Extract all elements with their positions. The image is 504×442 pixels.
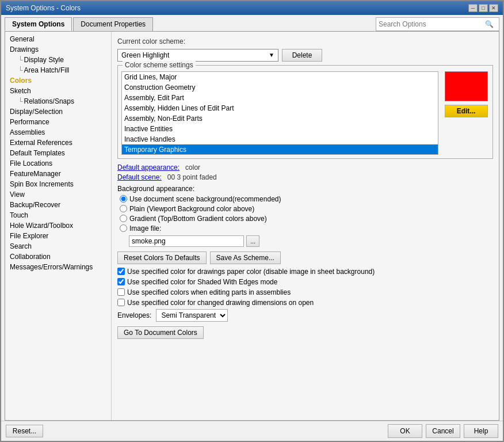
envelopes-row: Envelopes: Semi Transparent Opaque Wiref… [117, 309, 493, 322]
checkbox-label-1: Use specified color for Shaded With Edge… [127, 278, 277, 286]
tab-system-options[interactable]: System Options [5, 17, 72, 31]
color-list-area: Grid Lines, Major Construction Geometry … [121, 71, 489, 155]
color-item-temp-graphics[interactable]: Temporary Graphics [122, 144, 438, 155]
checkbox-row-1: Use specified color for Shaded With Edge… [117, 278, 493, 286]
color-item-asm-non-edit[interactable]: Assembly, Non-Edit Parts [122, 113, 438, 124]
bg-label-2: Gradient (Top/Bottom Gradient colors abo… [129, 215, 267, 223]
bg-label-1: Plain (Viewport Background color above) [129, 205, 254, 213]
maximize-button[interactable]: □ [479, 4, 488, 12]
sidebar-item-drawings[interactable]: Drawings [5, 44, 111, 55]
default-appearance-value: color [185, 163, 200, 172]
default-appearance-link[interactable]: Default appearance: [117, 163, 180, 172]
bg-radio-2[interactable] [120, 215, 127, 222]
color-item-grid-major[interactable]: Grid Lines, Major [122, 72, 438, 82]
save-as-scheme-button[interactable]: Save As Scheme... [210, 252, 281, 264]
color-item-inactive-handles[interactable]: Inactive Handles [122, 134, 438, 144]
sidebar-item-external-refs[interactable]: External References [5, 138, 111, 148]
browse-button[interactable]: ... [246, 235, 259, 247]
go-to-doc-colors-button[interactable]: Go To Document Colors [117, 326, 204, 339]
background-radio-group: Use document scene background(recommende… [120, 195, 493, 247]
default-scene-row: Default scene: 00 3 point faded [117, 173, 493, 181]
color-scheme-group: Color scheme settings Grid Lines, Major … [117, 65, 493, 159]
color-item-construction[interactable]: Construction Geometry [122, 82, 438, 93]
minimize-button[interactable]: ─ [468, 4, 478, 12]
main-window: System Options - Colors ─ □ ✕ System Opt… [0, 0, 504, 442]
group-title: Color scheme settings [123, 61, 196, 69]
reset-save-row: Reset Colors To Defaults Save As Scheme.… [117, 252, 493, 264]
color-item-inactive-entities[interactable]: Inactive Entities [122, 124, 438, 134]
checkbox-row-3: Use specified color for changed drawing … [117, 299, 493, 307]
checkbox-3[interactable] [117, 299, 125, 306]
reset-colors-button[interactable]: Reset Colors To Defaults [117, 252, 207, 264]
main-panel: General Drawings └Display Style └Area Ha… [5, 31, 499, 421]
delete-button[interactable]: Delete [282, 49, 322, 62]
color-scheme-dropdown[interactable]: Green Highlight ▼ [117, 49, 278, 62]
color-item-asm-edit[interactable]: Assembly, Edit Part [122, 93, 438, 103]
sidebar-item-display-selection[interactable]: Display/Selection [5, 106, 111, 117]
sidebar-item-hole-wizard[interactable]: Hole Wizard/Toolbox [5, 220, 111, 231]
default-appearance-row: Default appearance: color [117, 163, 493, 172]
right-panel: Current color scheme: Green Highlight ▼ … [112, 32, 499, 421]
close-button[interactable]: ✕ [489, 4, 498, 12]
checkbox-row-2: Use specified colors when editing parts … [117, 288, 493, 296]
title-bar: System Options - Colors ─ □ ✕ [1, 1, 503, 15]
ok-cancel-group: OK Cancel Help [388, 424, 498, 438]
cancel-button[interactable]: Cancel [426, 424, 460, 438]
bg-label-0: Use document scene background(recommende… [129, 195, 281, 203]
sidebar-item-feature-manager[interactable]: FeatureManager [5, 169, 111, 179]
sidebar-item-file-locations[interactable]: File Locations [5, 158, 111, 169]
search-input[interactable] [379, 20, 485, 28]
reset-button[interactable]: Reset... [6, 425, 43, 437]
edit-color-button[interactable]: Edit... [445, 105, 488, 117]
sidebar-item-file-explorer[interactable]: File Explorer [5, 231, 111, 241]
color-preview-area: Edit... [443, 71, 489, 155]
bg-radio-1[interactable] [120, 205, 127, 212]
sidebar-item-view[interactable]: View [5, 189, 111, 200]
help-button[interactable]: Help [464, 424, 498, 438]
color-item-asm-hidden[interactable]: Assembly, Hidden Lines of Edit Part [122, 103, 438, 113]
background-label: Background appearance: [117, 185, 493, 193]
sidebar-item-collaboration[interactable]: Collaboration [5, 252, 111, 262]
checkbox-2[interactable] [117, 288, 125, 296]
checkbox-label-3: Use specified color for changed drawing … [127, 299, 314, 307]
checkbox-label-0: Use specified color for drawings paper c… [127, 268, 375, 276]
ok-button[interactable]: OK [388, 424, 422, 438]
sidebar-item-default-templates[interactable]: Default Templates [5, 148, 111, 158]
checkbox-label-2: Use specified colors when editing parts … [127, 288, 291, 296]
bg-option-0: Use document scene background(recommende… [120, 195, 493, 203]
image-file-input[interactable] [129, 235, 244, 247]
tab-document-properties[interactable]: Document Properties [73, 17, 153, 31]
bg-radio-0[interactable] [120, 195, 127, 203]
bottom-bar: Reset... OK Cancel Help [1, 421, 503, 441]
sidebar: General Drawings └Display Style └Area Ha… [5, 32, 112, 421]
color-swatch [445, 71, 488, 101]
bg-option-2: Gradient (Top/Bottom Gradient colors abo… [120, 215, 493, 223]
sidebar-item-general[interactable]: General [5, 34, 111, 44]
sidebar-item-colors[interactable]: Colors [5, 75, 111, 86]
bg-radio-3[interactable] [120, 224, 127, 232]
sidebar-item-display-style[interactable]: └Display Style [5, 55, 111, 65]
sidebar-item-area-hatch[interactable]: └Area Hatch/Fill [5, 65, 111, 75]
color-list[interactable]: Grid Lines, Major Construction Geometry … [121, 71, 438, 155]
sidebar-item-messages[interactable]: Messages/Errors/Warnings [5, 262, 111, 272]
checkbox-row-0: Use specified color for drawings paper c… [117, 268, 493, 276]
sidebar-item-spin-box[interactable]: Spin Box Increments [5, 179, 111, 189]
default-scene-link[interactable]: Default scene: [117, 173, 162, 181]
sidebar-item-search[interactable]: Search [5, 241, 111, 252]
sidebar-item-performance[interactable]: Performance [5, 117, 111, 127]
search-icon: 🔍 [485, 20, 494, 28]
sidebar-item-sketch[interactable]: Sketch [5, 86, 111, 96]
sidebar-item-backup-recover[interactable]: Backup/Recover [5, 200, 111, 210]
window-frame: System Options Document Properties 🔍 Gen… [1, 15, 503, 441]
bg-label-3: Image file: [129, 224, 161, 233]
scheme-row: Green Highlight ▼ Delete [117, 49, 493, 62]
checkbox-0[interactable] [117, 268, 125, 275]
sidebar-item-relations-snaps[interactable]: └Relations/Snaps [5, 96, 111, 106]
scheme-dropdown-arrow: ▼ [269, 52, 274, 58]
envelopes-select[interactable]: Semi Transparent Opaque Wireframe [156, 309, 228, 322]
sidebar-item-assemblies[interactable]: Assemblies [5, 127, 111, 138]
checkbox-1[interactable] [117, 278, 125, 285]
envelopes-label: Envelopes: [117, 311, 151, 319]
sidebar-item-touch[interactable]: Touch [5, 210, 111, 220]
title-bar-controls: ─ □ ✕ [468, 4, 498, 12]
